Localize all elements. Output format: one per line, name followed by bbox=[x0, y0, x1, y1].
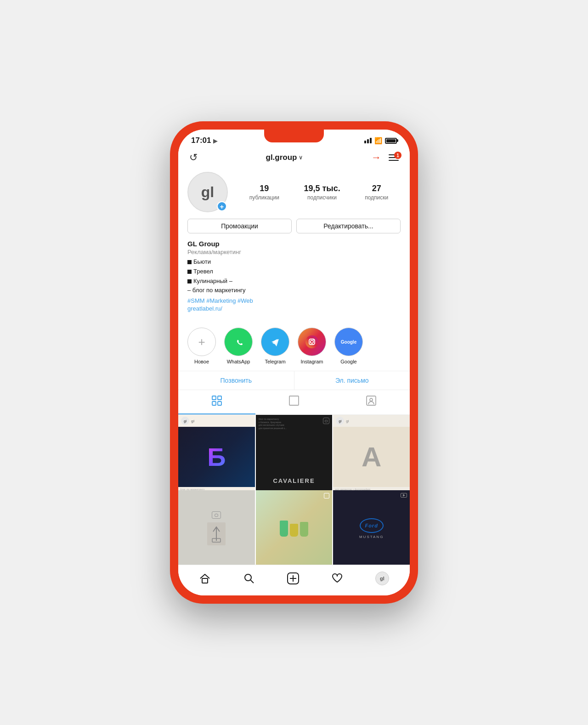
profile-avatar-small: gl bbox=[375, 572, 389, 585]
highlight-label-google: Google bbox=[340, 359, 356, 364]
post-1-image: Б bbox=[178, 427, 255, 487]
highlight-whatsapp[interactable]: WhatsApp bbox=[224, 328, 253, 364]
bio-item-2: Тревел bbox=[187, 267, 401, 277]
grid-cell-1[interactable]: gl gl Б блог по маркетингу bbox=[178, 415, 255, 492]
nav-right-icons: → 1 bbox=[371, 152, 399, 164]
followers-count: 19,5 тыс. bbox=[304, 184, 340, 193]
call-link[interactable]: Позвонить bbox=[178, 371, 294, 390]
letter-a: A bbox=[362, 441, 381, 473]
posts-count: 19 bbox=[260, 184, 269, 193]
post-2-content: блог по маркетингуо бизнесе, браузерахдл… bbox=[256, 415, 333, 492]
highlight-circle-instagram bbox=[298, 328, 326, 356]
highlight-circle-telegram bbox=[261, 328, 289, 356]
add-icon bbox=[287, 572, 299, 584]
highlight-circle-whatsapp bbox=[224, 328, 253, 356]
svg-rect-9 bbox=[289, 396, 299, 405]
grid-cell-3[interactable]: gl gl A арт-директор • фотография bbox=[333, 415, 410, 492]
svg-point-1 bbox=[305, 335, 318, 348]
post-2-top: блог по маркетингуо бизнесе, браузерахдл… bbox=[259, 418, 330, 430]
highlight-google[interactable]: Google Google bbox=[334, 328, 363, 364]
content-tab-bar bbox=[178, 390, 410, 415]
action-buttons: Промоакции Редактировать... bbox=[187, 219, 401, 233]
signal-icon bbox=[364, 138, 372, 143]
grid-cell-5[interactable] bbox=[256, 490, 333, 565]
following-count: 27 bbox=[372, 184, 381, 193]
highlight-telegram[interactable]: Telegram bbox=[261, 328, 289, 364]
post-3-content: gl gl A арт-директор • фотография bbox=[333, 415, 410, 492]
svg-rect-10 bbox=[367, 396, 376, 405]
camera-icon bbox=[323, 418, 329, 424]
post-1-content: gl gl Б блог по маркетингу bbox=[178, 415, 255, 492]
bio-category: Реклама/маркетинг bbox=[187, 249, 401, 255]
svg-point-14 bbox=[245, 574, 251, 581]
action-links: Позвонить Эл. письмо bbox=[178, 371, 410, 390]
svg-line-15 bbox=[251, 580, 254, 583]
phone-screen: 17:01 ▶ 📶 ↺ gl.group ∨ → bbox=[178, 130, 410, 595]
wifi-icon: 📶 bbox=[374, 137, 382, 144]
nav-bar: ↺ gl.group ∨ → 1 bbox=[178, 149, 410, 168]
post-6-content: Ford MUSTANG bbox=[333, 490, 410, 565]
mustang-label: MUSTANG bbox=[359, 535, 384, 539]
ford-logo: Ford bbox=[360, 518, 384, 533]
grid-icon bbox=[212, 396, 222, 408]
post-2-text: блог по маркетингуо бизнесе, браузерахдл… bbox=[259, 418, 287, 430]
battery-icon bbox=[385, 138, 397, 144]
tab-tagged[interactable] bbox=[333, 390, 410, 414]
svg-rect-8 bbox=[218, 402, 221, 405]
profile-top: gl + 19 публикации 19,5 тыс. подписчики bbox=[187, 172, 401, 212]
phone-frame: 17:01 ▶ 📶 ↺ gl.group ∨ → bbox=[170, 121, 418, 604]
nav-search[interactable] bbox=[238, 571, 260, 586]
add-story-button[interactable]: + bbox=[217, 201, 227, 211]
profile-title[interactable]: gl.group ∨ bbox=[266, 153, 303, 162]
camera-small-icon bbox=[212, 511, 221, 519]
posts-stat: 19 публикации bbox=[249, 184, 279, 201]
email-link[interactable]: Эл. письмо bbox=[294, 371, 410, 390]
tagged-icon bbox=[366, 396, 376, 408]
menu-button[interactable]: 1 bbox=[389, 154, 399, 161]
tab-grid[interactable] bbox=[178, 390, 255, 414]
highlight-new[interactable]: + Новое bbox=[187, 328, 216, 364]
history-button[interactable]: ↺ bbox=[189, 152, 198, 164]
followers-label: подписчики bbox=[307, 194, 337, 201]
nav-home[interactable] bbox=[194, 571, 215, 586]
posts-label: публикации bbox=[249, 194, 279, 201]
followers-stat[interactable]: 19,5 тыс. подписчики bbox=[304, 184, 340, 201]
svg-point-11 bbox=[370, 398, 373, 401]
content-area: gl + 19 публикации 19,5 тыс. подписчики bbox=[178, 168, 410, 565]
bio-hashtags[interactable]: #SMM #Marketing #Web bbox=[187, 297, 401, 304]
gl-logo: gl bbox=[181, 417, 189, 425]
bio-name: GL Group bbox=[187, 240, 401, 248]
menu-badge: 1 bbox=[394, 152, 401, 159]
svg-point-4 bbox=[313, 340, 314, 340]
highlight-circle-new: + bbox=[187, 328, 216, 356]
bio-item-3: Кулинарный – bbox=[187, 277, 401, 286]
promo-button[interactable]: Промоакции bbox=[187, 219, 292, 233]
cavaliere-text: CAVALIERE bbox=[259, 473, 330, 489]
small-square-icon bbox=[324, 493, 329, 498]
bio-link[interactable]: greatlabel.ru/ bbox=[187, 305, 401, 312]
grid-cell-6[interactable]: Ford MUSTANG bbox=[333, 490, 410, 565]
grid-cell-4[interactable] bbox=[178, 490, 255, 565]
google-label: Google bbox=[341, 340, 356, 345]
highlight-instagram[interactable]: Instagram bbox=[298, 328, 326, 364]
svg-rect-6 bbox=[218, 396, 221, 400]
following-label: подписки bbox=[365, 194, 388, 201]
nav-add[interactable] bbox=[283, 571, 304, 586]
grid-cell-2[interactable]: блог по маркетингуо бизнесе, браузерахдл… bbox=[256, 415, 333, 492]
svg-rect-5 bbox=[212, 396, 216, 400]
status-icons: 📶 bbox=[364, 137, 397, 144]
home-icon bbox=[199, 572, 211, 584]
nav-profile[interactable]: gl bbox=[371, 570, 394, 587]
post-4-shape bbox=[207, 522, 226, 545]
letter-b: Б bbox=[207, 442, 226, 472]
tab-feed[interactable] bbox=[255, 390, 333, 414]
post-1-header: gl gl bbox=[178, 415, 255, 427]
following-stat[interactable]: 27 подписки bbox=[365, 184, 388, 201]
highlight-label-instagram: Instagram bbox=[301, 359, 323, 364]
nav-activity[interactable] bbox=[327, 571, 348, 586]
profile-section: gl + 19 публикации 19,5 тыс. подписчики bbox=[178, 168, 410, 324]
edit-button[interactable]: Редактировать... bbox=[296, 219, 401, 233]
svg-rect-13 bbox=[202, 578, 208, 583]
highlight-label-whatsapp: WhatsApp bbox=[227, 359, 250, 364]
post-3-header: gl gl bbox=[333, 415, 410, 427]
